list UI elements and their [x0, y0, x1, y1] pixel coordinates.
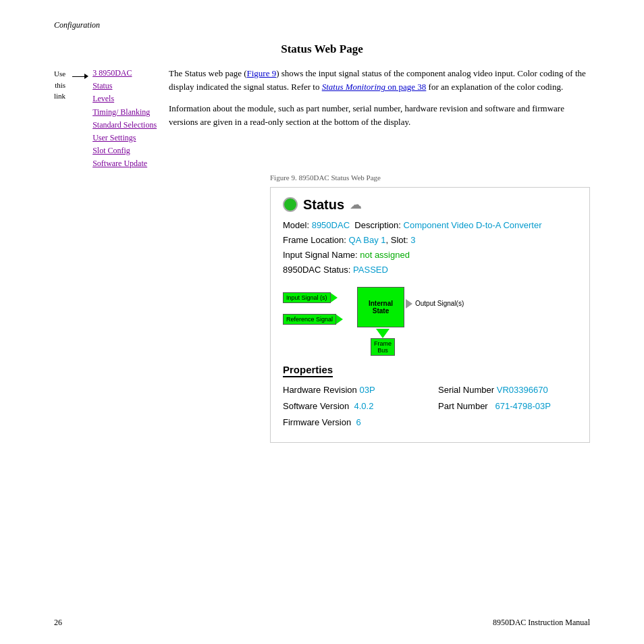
part-number-line: Part Number 671-4798-03P: [438, 399, 593, 414]
breadcrumb: Configuration: [54, 20, 590, 30]
manual-name: 8950DAC Instruction Manual: [493, 618, 590, 628]
nav-links: 3 8950DAC Status Levels Timing/ Blanking…: [92, 67, 157, 171]
page: Configuration Status Web Page Use this l…: [0, 0, 644, 644]
fw-version-line: Firmware Version 6: [283, 415, 438, 430]
nav-link-software-update[interactable]: Software Update: [92, 157, 157, 170]
sw-version-line: Software Version 4.0.2: [283, 399, 438, 414]
figure9-link[interactable]: Figure 9: [247, 68, 277, 78]
frame-bus-box: FrameBus: [371, 338, 395, 356]
hw-revision-line: Hardware Revision 03P: [283, 383, 438, 398]
status-header: Status ☁: [283, 197, 577, 213]
use-this-link-label: Use this link: [54, 67, 65, 102]
nav-link-slot-config[interactable]: Slot Config: [92, 144, 157, 157]
signal-diagram: Input Signal (s) Reference Signal Intern…: [283, 283, 577, 357]
section-title: Status Web Page: [54, 43, 590, 56]
nav-link-status[interactable]: Status: [92, 80, 157, 92]
input-signal-line: Input Signal Name: not assigned: [283, 248, 577, 263]
right-content: The Status web page (Figure 9) shows the…: [169, 67, 590, 171]
status-circle-icon: [283, 197, 298, 212]
paragraph-2: Information about the module, such as pa…: [169, 102, 590, 129]
cloud-icon: ☁: [350, 197, 362, 212]
nav-link-standard[interactable]: Standard Selections: [92, 119, 157, 132]
nav-link-timing[interactable]: Timing/ Blanking: [92, 106, 157, 119]
page-number: 26: [54, 618, 62, 628]
nav-link-user-settings[interactable]: User Settings: [92, 132, 157, 144]
frame-bus-arrow: [376, 329, 390, 338]
input-signal-box: Input Signal (s): [283, 292, 331, 303]
properties-title: Properties: [283, 364, 333, 377]
output-signal-label: Output Signal(s): [415, 300, 464, 307]
reference-signal-box: Reference Signal: [283, 314, 336, 325]
model-line: Model: 8950DAC Description: Component Vi…: [283, 218, 577, 233]
status-monitoring-link[interactable]: Status Monitoring on page 38: [322, 82, 427, 92]
frame-location-line: Frame Location: QA Bay 1, Slot: 3: [283, 233, 577, 248]
status-page-title: Status: [303, 197, 344, 213]
nav-link-levels[interactable]: Levels: [92, 92, 157, 105]
nav-arrow: [72, 74, 88, 79]
internal-state-box: InternalState: [357, 287, 404, 327]
status-page-figure: Status ☁ Model: 8950DAC Description: Com…: [270, 187, 590, 444]
nav-link-8950dac[interactable]: 3 8950DAC: [92, 67, 157, 80]
paragraph-1: The Status web page (Figure 9) shows the…: [169, 67, 590, 94]
content-area: Use this link 3 8950DAC Status Levels Ti…: [54, 67, 590, 171]
serial-number-line: Serial Number VR03396670: [438, 383, 593, 398]
figure-label: Figure 9. 8950DAC Status Web Page: [270, 173, 590, 182]
dac-status-line: 8950DAC Status: PASSED: [283, 263, 577, 277]
properties-section: Properties Hardware Revision 03P Serial …: [283, 364, 577, 430]
page-footer: 26 8950DAC Instruction Manual: [54, 618, 590, 628]
left-nav: Use this link 3 8950DAC Status Levels Ti…: [54, 67, 162, 171]
